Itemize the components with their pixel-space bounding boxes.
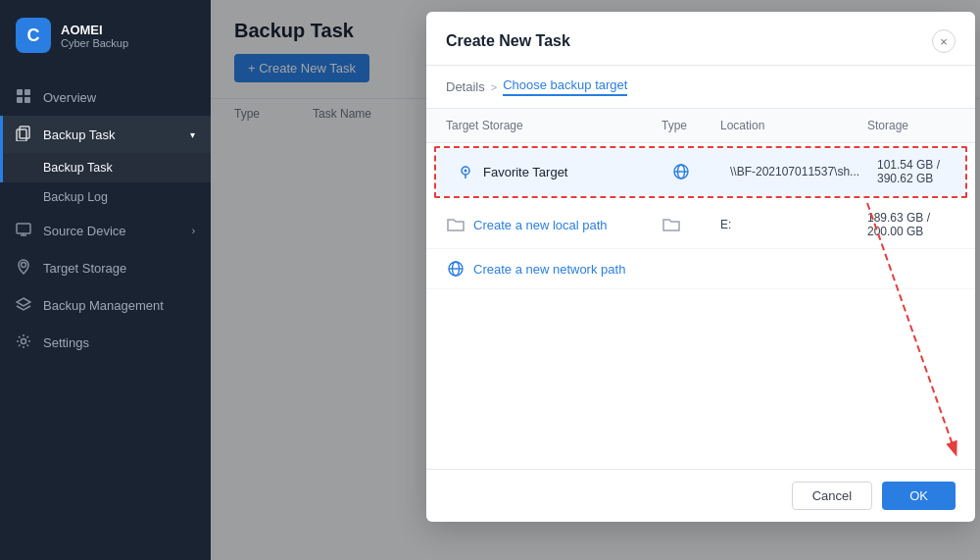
svg-rect-0 bbox=[17, 89, 23, 95]
sidebar-label-source-device: Source Device bbox=[43, 224, 126, 238]
sidebar-item-source-device[interactable]: Source Device › bbox=[0, 212, 211, 249]
new-local-path-label: Create a new local path bbox=[473, 218, 608, 232]
table-row-new-local-path[interactable]: Create a new local path E: 189.63 GB / 2… bbox=[426, 201, 975, 249]
main-content: Backup Task + Create New Task Type Task … bbox=[211, 0, 980, 560]
sidebar-item-backup-management[interactable]: Backup Management bbox=[0, 286, 211, 324]
location-icon bbox=[16, 259, 33, 277]
highlighted-section: Favorite Target \\BF-202107011537\sh... … bbox=[434, 146, 967, 198]
layers-icon bbox=[16, 296, 33, 314]
col-storage-header: Storage bbox=[867, 119, 956, 132]
ok-button[interactable]: OK bbox=[882, 482, 956, 510]
col-type-header: Type bbox=[662, 119, 720, 132]
svg-rect-2 bbox=[17, 97, 23, 103]
chevron-down-icon: ▾ bbox=[190, 129, 195, 140]
sidebar-label-target-storage: Target Storage bbox=[43, 261, 126, 276]
copy-icon bbox=[16, 126, 33, 143]
sidebar-navigation: Overview Backup Task ▾ Backup Task Backu… bbox=[0, 78, 211, 361]
favorite-target-label: Favorite Target bbox=[483, 165, 567, 179]
network-type-icon bbox=[671, 162, 691, 181]
svg-point-13 bbox=[465, 170, 467, 173]
logo-name: AOMEI bbox=[61, 23, 128, 37]
location-cell-favorite: \\BF-202107011537\sh... bbox=[730, 165, 877, 178]
sidebar-item-target-storage[interactable]: Target Storage bbox=[0, 249, 211, 286]
step-details[interactable]: Details bbox=[446, 79, 485, 94]
network-icon-new bbox=[446, 259, 466, 279]
storage-cell-local: 189.63 GB / 200.00 GB bbox=[867, 211, 956, 238]
logo: C AOMEI Cyber Backup bbox=[0, 0, 211, 71]
logo-text: AOMEI Cyber Backup bbox=[61, 23, 128, 49]
svg-rect-6 bbox=[17, 224, 30, 233]
cancel-button[interactable]: Cancel bbox=[792, 482, 872, 510]
network-pin-icon bbox=[456, 162, 475, 181]
dialog: Create New Task × Details > Choose backu… bbox=[421, 12, 980, 560]
sidebar-label-backup-management: Backup Management bbox=[43, 298, 164, 313]
sidebar-label-backup-task: Backup Task bbox=[43, 127, 115, 142]
step-choose-backup-target[interactable]: Choose backup target bbox=[503, 77, 627, 96]
step-chevron: > bbox=[491, 81, 497, 93]
dialog-steps: Details > Choose backup target bbox=[426, 66, 975, 109]
dialog-footer: Cancel OK bbox=[426, 469, 975, 522]
dialog-table: Target Storage Type Location Storage bbox=[426, 109, 975, 469]
svg-point-9 bbox=[22, 263, 26, 268]
sidebar-item-backup-log[interactable]: Backup Log bbox=[0, 182, 211, 212]
monitor-icon bbox=[16, 222, 33, 239]
chevron-right-icon-source: › bbox=[192, 226, 195, 236]
close-icon: × bbox=[940, 34, 948, 49]
target-cell-network: Create a new network path bbox=[446, 259, 662, 279]
sidebar: C AOMEI Cyber Backup Overview Backup Tas… bbox=[0, 0, 211, 560]
col-target-storage-header: Target Storage bbox=[446, 119, 662, 132]
logo-subtitle: Cyber Backup bbox=[61, 37, 128, 49]
location-cell-local: E: bbox=[720, 218, 867, 231]
dialog-box: Create New Task × Details > Choose backu… bbox=[426, 12, 975, 522]
sidebar-item-backup-task[interactable]: Backup Task ▾ bbox=[0, 116, 211, 153]
svg-rect-5 bbox=[17, 129, 26, 141]
sidebar-label-backup-log: Backup Log bbox=[43, 190, 108, 204]
gear-icon bbox=[16, 333, 33, 351]
type-cell-local bbox=[662, 215, 720, 234]
sidebar-item-settings[interactable]: Settings bbox=[0, 324, 211, 361]
sidebar-item-overview[interactable]: Overview bbox=[0, 78, 211, 116]
svg-rect-4 bbox=[20, 127, 29, 138]
dialog-table-body: Favorite Target \\BF-202107011537\sh... … bbox=[426, 143, 975, 469]
dialog-table-header: Target Storage Type Location Storage bbox=[426, 109, 975, 143]
table-row-favorite-target[interactable]: Favorite Target \\BF-202107011537\sh... … bbox=[436, 148, 965, 196]
logo-icon: C bbox=[16, 18, 51, 53]
folder-type-icon bbox=[662, 215, 681, 234]
dialog-title: Create New Task bbox=[446, 32, 570, 50]
dialog-close-button[interactable]: × bbox=[932, 29, 956, 53]
svg-rect-1 bbox=[24, 89, 30, 95]
target-cell-local: Create a new local path bbox=[446, 215, 662, 234]
new-network-path-label: Create a new network path bbox=[473, 262, 625, 277]
dialog-header: Create New Task × bbox=[426, 12, 975, 66]
type-cell-favorite bbox=[671, 162, 730, 181]
sidebar-label-overview: Overview bbox=[43, 90, 96, 105]
storage-cell-favorite: 101.54 GB / 390.62 GB bbox=[877, 158, 946, 185]
svg-rect-3 bbox=[24, 97, 30, 103]
col-location-header: Location bbox=[720, 119, 867, 132]
grid-icon bbox=[16, 88, 33, 106]
table-row-new-network-path[interactable]: Create a new network path bbox=[426, 249, 975, 289]
svg-marker-10 bbox=[17, 298, 30, 306]
target-cell-favorite: Favorite Target bbox=[456, 162, 671, 181]
sidebar-item-backup-task-sub[interactable]: Backup Task bbox=[0, 153, 211, 182]
sidebar-label-settings: Settings bbox=[43, 335, 89, 350]
sidebar-label-backup-task-sub: Backup Task bbox=[43, 161, 113, 175]
folder-icon bbox=[446, 215, 466, 234]
svg-point-11 bbox=[22, 339, 26, 344]
